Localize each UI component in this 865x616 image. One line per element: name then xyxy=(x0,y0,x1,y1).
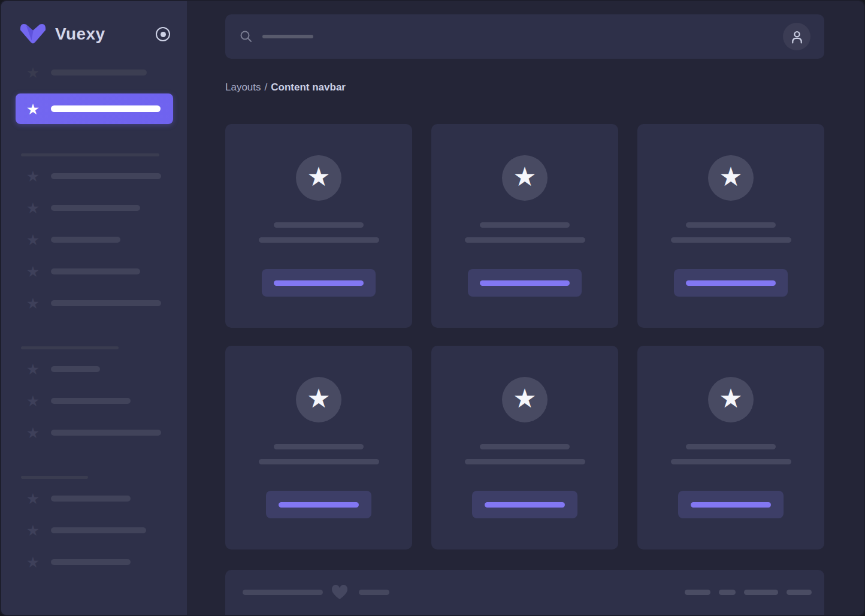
skeleton-title xyxy=(480,444,570,449)
search-placeholder-skeleton xyxy=(262,35,313,38)
app-window: Vuexy ★ ★ ★ ★ ★ ★ ★ xyxy=(0,0,865,616)
skeleton-label xyxy=(51,366,100,372)
star-icon: ★ xyxy=(25,101,41,117)
star-icon: ★ xyxy=(25,393,41,409)
skeleton-button-label xyxy=(691,502,771,508)
skeleton-subtitle xyxy=(671,237,791,243)
skeleton-label xyxy=(51,268,140,274)
skeleton-label xyxy=(51,70,147,76)
sidebar-item[interactable]: ★ xyxy=(1,200,187,216)
card-action-button[interactable] xyxy=(674,269,788,297)
card-avatar-circle: ★ xyxy=(502,377,548,422)
star-icon: ★ xyxy=(25,200,41,216)
sidebar-item[interactable]: ★ xyxy=(1,393,187,409)
skeleton-button-label xyxy=(480,280,570,286)
card-avatar-circle: ★ xyxy=(708,377,754,422)
skeleton-text xyxy=(359,590,389,595)
user-avatar[interactable] xyxy=(783,23,810,50)
skeleton-title xyxy=(274,222,364,228)
heart-icon xyxy=(331,584,349,600)
search-input[interactable] xyxy=(240,14,783,59)
card-avatar-circle: ★ xyxy=(296,377,341,422)
feature-card: ★ xyxy=(225,346,412,549)
search-icon xyxy=(240,30,253,43)
star-icon: ★ xyxy=(513,164,536,190)
breadcrumb-parent[interactable]: Layouts xyxy=(225,81,261,93)
card-avatar-circle: ★ xyxy=(502,155,548,201)
breadcrumb-separator: / xyxy=(265,81,268,93)
card-action-button[interactable] xyxy=(468,269,582,297)
star-icon: ★ xyxy=(25,232,41,247)
sidebar-item[interactable]: ★ xyxy=(1,264,187,279)
card-action-button[interactable] xyxy=(472,491,577,518)
skeleton-text xyxy=(243,590,323,595)
top-navbar xyxy=(225,14,824,59)
skeleton-label xyxy=(51,237,120,243)
sidebar-item[interactable]: ★ xyxy=(1,554,187,570)
star-icon: ★ xyxy=(25,264,41,279)
card-avatar-circle: ★ xyxy=(296,155,341,201)
skeleton-subtitle xyxy=(259,459,379,464)
skeleton-button-label xyxy=(274,280,364,286)
vuexy-logo-icon xyxy=(18,22,48,47)
star-icon: ★ xyxy=(25,425,41,440)
card-grid: ★ ★ ★ xyxy=(225,124,824,549)
skeleton-subtitle xyxy=(465,459,585,464)
sidebar-item[interactable]: ★ xyxy=(1,168,187,184)
feature-card: ★ xyxy=(637,124,824,328)
bottom-card-row xyxy=(225,570,824,600)
skeleton-subtitle xyxy=(671,459,791,464)
skeleton-text xyxy=(719,590,736,595)
star-icon: ★ xyxy=(25,361,41,377)
star-icon: ★ xyxy=(25,491,41,506)
skeleton-label xyxy=(51,496,131,502)
card-action-button[interactable] xyxy=(262,269,376,297)
star-icon: ★ xyxy=(25,554,41,570)
sidebar-section-header xyxy=(21,476,88,479)
skeleton-subtitle xyxy=(465,237,585,243)
main-content: Layouts / Content navbar ★ ★ xyxy=(187,1,864,615)
menu-pin-toggle-icon[interactable] xyxy=(156,27,170,41)
skeleton-label-active xyxy=(51,105,161,112)
card-action-button[interactable] xyxy=(678,491,784,518)
star-icon: ★ xyxy=(719,385,742,412)
bottom-card xyxy=(225,570,824,616)
skeleton-label xyxy=(51,398,131,404)
skeleton-label xyxy=(51,205,140,211)
sidebar-item-active[interactable]: ★ xyxy=(16,93,173,124)
sidebar-item[interactable]: ★ xyxy=(1,523,187,538)
card-action-button[interactable] xyxy=(266,491,371,518)
skeleton-text xyxy=(787,590,812,595)
skeleton-text xyxy=(685,590,710,595)
breadcrumb: Layouts / Content navbar xyxy=(225,81,824,93)
app-title: Vuexy xyxy=(55,25,105,44)
sidebar-item[interactable]: ★ xyxy=(1,491,187,506)
sidebar-item[interactable]: ★ xyxy=(1,65,187,80)
skeleton-subtitle xyxy=(259,237,379,243)
skeleton-button-label xyxy=(279,502,359,508)
star-icon: ★ xyxy=(719,164,742,190)
person-icon xyxy=(790,29,804,44)
breadcrumb-current: Content navbar xyxy=(271,81,346,93)
star-icon: ★ xyxy=(307,164,330,190)
skeleton-title xyxy=(274,444,364,449)
star-icon: ★ xyxy=(25,295,41,311)
sidebar-item[interactable]: ★ xyxy=(1,232,187,247)
sidebar-section-header xyxy=(21,153,159,156)
sidebar-item[interactable]: ★ xyxy=(1,295,187,311)
bottom-card-right-group xyxy=(685,590,812,595)
skeleton-title xyxy=(686,444,776,449)
sidebar-item[interactable]: ★ xyxy=(1,361,187,377)
star-icon: ★ xyxy=(25,523,41,538)
skeleton-title xyxy=(480,222,570,228)
sidebar-header: Vuexy xyxy=(1,1,187,47)
star-icon: ★ xyxy=(25,168,41,184)
star-icon: ★ xyxy=(25,65,41,80)
skeleton-label xyxy=(51,430,161,436)
feature-card: ★ xyxy=(637,346,824,549)
sidebar-item[interactable]: ★ xyxy=(1,425,187,440)
feature-card: ★ xyxy=(431,346,618,549)
skeleton-label xyxy=(51,559,131,565)
feature-card: ★ xyxy=(225,124,412,328)
skeleton-label xyxy=(51,173,161,179)
